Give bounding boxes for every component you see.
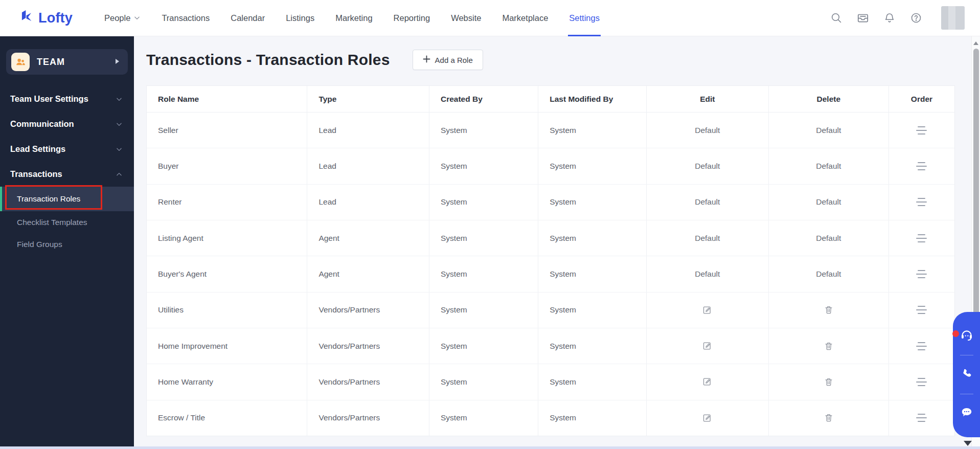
sidebar-item-label: Checklist Templates xyxy=(17,218,87,227)
table-row-seller: SellerLeadSystemSystemDefaultDefault xyxy=(147,113,954,148)
nav-item-website[interactable]: Website xyxy=(451,0,481,36)
nav-item-calendar[interactable]: Calendar xyxy=(231,0,265,36)
scrollbar-up-arrow[interactable] xyxy=(973,41,978,45)
created-by-cell: System xyxy=(429,328,538,364)
edit-button[interactable] xyxy=(700,374,715,390)
drag-handle-icon[interactable] xyxy=(916,378,927,386)
nav-item-label: Listings xyxy=(286,13,314,23)
order-cell xyxy=(889,113,954,148)
call-button[interactable] xyxy=(959,367,974,382)
nav-item-listings[interactable]: Listings xyxy=(286,0,314,36)
edit-button[interactable] xyxy=(700,410,715,425)
message-button[interactable] xyxy=(959,406,974,421)
nav-item-label: Reporting xyxy=(394,13,430,23)
nav-item-settings[interactable]: Settings xyxy=(569,0,600,36)
created-by-cell: System xyxy=(429,293,538,328)
nav-item-label: Marketplace xyxy=(502,13,548,23)
delete-default-label: Default xyxy=(816,234,841,243)
edit-icon xyxy=(702,376,713,387)
nav-item-marketplace[interactable]: Marketplace xyxy=(502,0,548,36)
created-by-cell: System xyxy=(429,113,538,148)
user-avatar[interactable] xyxy=(941,6,965,30)
nav-item-marketing[interactable]: Marketing xyxy=(335,0,372,36)
notification-dot xyxy=(952,330,959,337)
horizontal-scrollbar-track xyxy=(0,446,980,449)
type-cell: Agent xyxy=(307,220,429,256)
edit-default-label: Default xyxy=(695,234,720,243)
edit-cell xyxy=(647,293,769,328)
help-icon[interactable] xyxy=(909,11,923,25)
delete-default-label: Default xyxy=(816,270,841,279)
sidebar-section-team-user-settings[interactable]: Team User Settings xyxy=(0,86,134,111)
type-cell: Lead xyxy=(307,185,429,220)
main-content: Transactions - Transaction Roles Add a R… xyxy=(134,36,980,446)
role-name-cell: Buyer xyxy=(147,148,307,184)
sidebar-section-transactions[interactable]: Transactions xyxy=(0,162,134,187)
delete-button[interactable] xyxy=(821,374,836,390)
sidebar-section-lead-settings[interactable]: Lead Settings xyxy=(0,137,134,162)
chevron-down-icon xyxy=(133,14,141,21)
drag-handle-icon[interactable] xyxy=(916,234,927,242)
drag-handle-icon[interactable] xyxy=(916,198,927,206)
delete-cell xyxy=(769,328,889,364)
brand[interactable]: Lofty xyxy=(18,9,73,27)
nav-item-people[interactable]: People xyxy=(104,0,141,36)
table-row-buyer: BuyerLeadSystemSystemDefaultDefault xyxy=(147,148,954,184)
role-name-cell: Buyer's Agent xyxy=(147,256,307,291)
created-by-cell: System xyxy=(429,220,538,256)
sidebar-item-field-groups[interactable]: Field Groups xyxy=(0,233,134,255)
delete-button[interactable] xyxy=(821,410,836,425)
search-icon[interactable] xyxy=(830,11,843,25)
nav-item-transactions[interactable]: Transactions xyxy=(162,0,210,36)
created-by-cell: System xyxy=(429,400,538,436)
drag-handle-icon[interactable] xyxy=(916,162,927,170)
chevron-down-icon xyxy=(116,146,123,153)
nav-item-label: Transactions xyxy=(162,13,210,23)
edit-button[interactable] xyxy=(700,339,715,354)
delete-cell xyxy=(769,293,889,328)
edit-default-label: Default xyxy=(695,126,720,135)
bell-icon[interactable] xyxy=(883,11,896,25)
drag-handle-icon[interactable] xyxy=(916,270,927,278)
drag-handle-icon[interactable] xyxy=(916,414,927,422)
drag-handle-icon[interactable] xyxy=(916,126,927,134)
team-switcher[interactable]: TEAM xyxy=(6,49,128,75)
chevron-down-icon xyxy=(116,96,123,103)
caret-right-icon xyxy=(115,57,120,66)
edit-button[interactable] xyxy=(700,302,715,318)
nav-item-reporting[interactable]: Reporting xyxy=(394,0,430,36)
table-row-escrow-title: Escrow / TitleVendors/PartnersSystemSyst… xyxy=(147,400,954,436)
sidebar-section-communication[interactable]: Communication xyxy=(0,111,134,137)
sidebar-item-checklist-templates[interactable]: Checklist Templates xyxy=(0,211,134,233)
delete-button[interactable] xyxy=(821,339,836,354)
support-headset-icon xyxy=(960,328,974,344)
nav-item-label: Website xyxy=(451,13,481,23)
team-people-icon xyxy=(11,53,30,71)
top-nav: Lofty PeopleTransactionsCalendarListings… xyxy=(0,0,980,36)
widget-divider xyxy=(960,394,973,394)
edit-cell xyxy=(647,364,769,399)
chevron-down-icon xyxy=(116,121,123,128)
drag-handle-icon[interactable] xyxy=(916,306,927,314)
trash-icon xyxy=(824,341,834,351)
settings-sidebar: TEAM Team User SettingsCommunicationLead… xyxy=(0,36,134,446)
role-name-cell: Renter xyxy=(147,185,307,220)
scrollbar-thumb[interactable] xyxy=(973,49,979,315)
column-header-last-modified-by: Last Modified By xyxy=(538,86,647,112)
table-row-utilities: UtilitiesVendors/PartnersSystemSystem xyxy=(147,293,954,328)
delete-cell: Default xyxy=(769,185,889,220)
add-role-button[interactable]: Add a Role xyxy=(413,50,483,70)
widget-collapse-arrow[interactable] xyxy=(964,441,972,446)
column-header-edit: Edit xyxy=(647,86,769,112)
support-chat-button[interactable] xyxy=(959,328,974,344)
drag-handle-icon[interactable] xyxy=(916,342,927,350)
column-header-created-by: Created By xyxy=(429,86,538,112)
role-name-cell: Seller xyxy=(147,113,307,148)
created-by-cell: System xyxy=(429,364,538,399)
sidebar-item-transaction-roles[interactable]: Transaction Roles xyxy=(0,187,134,211)
type-cell: Lead xyxy=(307,113,429,148)
inbox-icon[interactable] xyxy=(856,11,870,25)
nav-item-label: Settings xyxy=(569,13,600,23)
sidebar-sections: Team User SettingsCommunicationLead Sett… xyxy=(0,86,134,187)
delete-button[interactable] xyxy=(821,302,836,318)
